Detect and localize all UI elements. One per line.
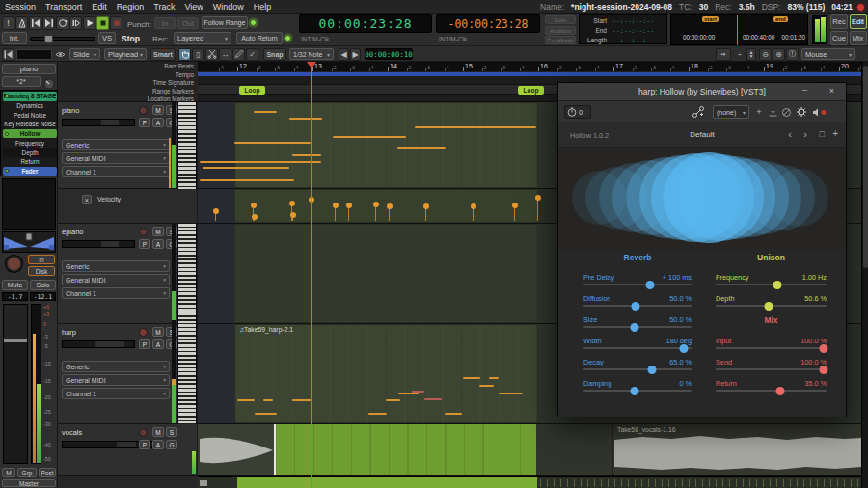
midi-note[interactable] <box>479 385 494 387</box>
midi-note[interactable] <box>424 398 442 400</box>
plugin-titlebar[interactable]: harp: Hollow (by Sinevibes) [VST3] – × <box>558 83 846 101</box>
piano-automation-button[interactable]: A <box>152 118 164 127</box>
piano-patch-dropdown[interactable]: General MIDI▾ <box>62 152 170 164</box>
processor-ctrl-dynamics[interactable]: Dynamics <box>3 101 57 111</box>
vocals-take-region[interactable]: Take58_vocals-1.16 <box>612 424 861 476</box>
zoom-out-button[interactable]: ⊖ <box>759 48 772 61</box>
playhead[interactable] <box>311 62 312 488</box>
gain-display[interactable]: -1.7 <box>2 292 28 301</box>
epiano-patch-dropdown[interactable]: General MIDI▾ <box>62 274 170 285</box>
harp-mute-button[interactable]: M <box>152 327 164 337</box>
session-summary[interactable] <box>198 476 861 488</box>
edit-mode-dropdown[interactable]: Slide▾ <box>69 48 100 60</box>
trim-display[interactable]: *2* <box>2 76 41 87</box>
menu-region[interactable]: Region <box>117 2 145 12</box>
group-button[interactable]: Grp <box>17 468 37 477</box>
midi-note[interactable] <box>415 126 536 128</box>
menu-view[interactable]: View <box>184 2 203 12</box>
loop-end-marker[interactable]: Loop <box>518 86 544 95</box>
vertical-scrollbar[interactable] <box>861 62 868 488</box>
add-preset-button[interactable]: + <box>752 105 766 119</box>
mix-page-button[interactable]: Mix <box>850 31 867 45</box>
midi-note[interactable] <box>234 142 311 144</box>
processor-ctrl-key-release[interactable]: Key Release Noise <box>3 120 57 129</box>
processor-ctrl-depth[interactable]: Depth <box>3 148 57 157</box>
vocals-region-tail[interactable] <box>198 424 274 476</box>
smart-mode-button[interactable]: Smart <box>150 48 176 61</box>
secondary-clock[interactable]: -00:00:23:28 <box>436 14 540 33</box>
midi-note[interactable] <box>203 167 289 169</box>
preset-next-button[interactable]: › <box>803 128 807 140</box>
vocals-playlist-button[interactable]: P <box>139 440 150 449</box>
harp-patch-bank-dropdown[interactable]: Generic▾ <box>62 361 170 372</box>
draw-tool-button[interactable] <box>232 48 245 61</box>
ruler-label-bars[interactable]: Bars:Beats <box>164 63 194 69</box>
midi-note[interactable] <box>333 136 406 138</box>
param-depth[interactable]: Depth50.6 % <box>716 294 827 313</box>
midi-note[interactable] <box>397 147 446 149</box>
midi-note[interactable] <box>463 377 480 379</box>
midi-note[interactable] <box>254 111 277 113</box>
listen-speaker-icon[interactable] <box>810 105 829 119</box>
depth-knob[interactable] <box>765 302 773 311</box>
grab-tool-button[interactable] <box>178 48 191 61</box>
velocity-lollipop[interactable] <box>535 195 541 201</box>
edit-internal-tool-button[interactable]: ✓ <box>246 48 258 61</box>
minimize-button[interactable]: – <box>802 85 807 95</box>
scrollbar-thumb[interactable] <box>863 66 868 268</box>
velocity-lollipop[interactable] <box>373 202 379 207</box>
stretch-tool-button[interactable]: ↔ <box>219 48 231 61</box>
width-knob[interactable] <box>680 344 689 353</box>
epiano-automation-button[interactable]: A <box>152 239 164 249</box>
velocity-lollipop[interactable] <box>213 208 219 214</box>
record-indicator-icon[interactable] <box>856 3 865 12</box>
menu-help[interactable]: Help <box>254 2 272 12</box>
ruler-label-timesig[interactable]: Time Signature <box>153 79 194 86</box>
piano-mute-button[interactable]: M <box>152 105 164 115</box>
delete-preset-icon[interactable] <box>779 105 793 119</box>
shuttle-handle[interactable] <box>44 35 53 43</box>
mixer-track-name-button[interactable]: piano <box>2 64 56 74</box>
preset-dropdown[interactable]: (none)▾ <box>713 105 749 119</box>
velocity-lollipop[interactable] <box>346 203 352 208</box>
loop-button[interactable] <box>56 16 68 30</box>
vocals-record-region[interactable] <box>276 424 536 476</box>
punch-out-button[interactable]: Out <box>177 17 199 29</box>
param-input[interactable]: Input100.0 % <box>716 337 827 356</box>
mouse-mode-dropdown[interactable]: Mouse▾ <box>801 48 855 60</box>
diffusion-knob[interactable] <box>631 302 639 311</box>
start-marker[interactable]: start <box>702 16 719 22</box>
processor-ctrl-pedal-noise[interactable]: Pedal Noise <box>3 110 57 120</box>
midi-note[interactable] <box>499 393 523 394</box>
midi-note[interactable] <box>255 413 277 415</box>
mini-timeline[interactable]: start end 00:00:00:00 00:00:40:00 00:01:… <box>670 14 808 45</box>
vocals-automation-button[interactable]: A <box>152 440 164 449</box>
post-button[interactable]: Post <box>39 468 56 477</box>
midi-note[interactable] <box>292 399 312 401</box>
latency-timer-button[interactable]: 0 <box>564 105 591 119</box>
zoom-fit-button[interactable]: ⓕ <box>786 48 799 61</box>
midi-note[interactable] <box>289 118 322 120</box>
end-marker[interactable]: end <box>773 16 788 22</box>
param-diffusion[interactable]: Diffusion50.0 % <box>583 294 692 313</box>
param-decay[interactable]: Decay65.0 % <box>583 358 692 377</box>
nudge-forward-button[interactable]: ▶ <box>350 48 361 61</box>
metering-point-button[interactable]: M <box>2 468 15 477</box>
midi-note[interactable] <box>489 377 499 379</box>
processor-fader[interactable]: Fader <box>3 167 57 176</box>
mute-button[interactable]: Mute <box>2 280 28 290</box>
monitor-input-button[interactable]: In <box>28 255 55 264</box>
piano-rec-button[interactable] <box>139 106 148 115</box>
range-tool-button[interactable]: ▯ <box>192 48 204 61</box>
decay-knob[interactable] <box>647 366 656 374</box>
zoom-in-button[interactable]: ⊕ <box>773 48 785 61</box>
midi-note[interactable] <box>368 413 387 415</box>
ruler-label-location[interactable]: Location Markers <box>148 95 194 102</box>
midi-note[interactable] <box>200 161 321 163</box>
cue-page-button[interactable]: Cue <box>830 31 848 45</box>
nudge-clock[interactable]: 00:00:00:10 <box>365 48 413 60</box>
velocity-lollipop[interactable] <box>333 203 339 208</box>
midi-note[interactable] <box>445 413 462 415</box>
menu-window[interactable]: Window <box>213 2 244 12</box>
velocity-lollipop[interactable] <box>289 201 295 206</box>
